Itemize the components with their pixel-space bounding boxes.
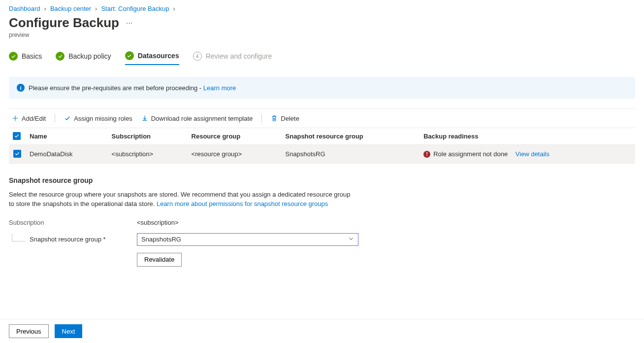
separator [55, 114, 55, 123]
breadcrumb-start-configure-backup[interactable]: Start: Configure Backup [101, 5, 169, 12]
add-edit-label: Add/Edit [22, 115, 46, 122]
assign-roles-button[interactable]: Assign missing roles [64, 115, 132, 122]
breadcrumb-dashboard[interactable]: Dashboard [9, 5, 40, 12]
revalidate-button[interactable]: Revalidate [137, 253, 182, 267]
readiness-text: Role assignment not done [433, 150, 508, 158]
delete-button[interactable]: Delete [271, 115, 299, 122]
snapshot-rg-dropdown[interactable]: SnapshotsRG [137, 233, 358, 246]
add-edit-button[interactable]: Add/Edit [12, 115, 46, 122]
step-label: Review and configure [206, 52, 272, 60]
cell-snapshot-rg: SnapshotsRG [282, 145, 420, 164]
col-subscription[interactable]: Subscription [108, 128, 188, 145]
download-template-label: Download role assignment template [151, 115, 253, 122]
info-icon: i [17, 84, 25, 92]
step-label: Datasources [138, 52, 179, 60]
cell-resource-group: <resource group> [188, 145, 282, 164]
step-number-icon: 4 [193, 52, 202, 61]
breadcrumb: Dashboard › Backup center › Start: Confi… [9, 0, 635, 15]
banner-text: Please ensure the pre-requisites are met… [29, 84, 203, 92]
more-icon[interactable]: ⋯ [126, 19, 133, 27]
header-checkbox[interactable] [9, 128, 26, 145]
row-checkbox[interactable] [13, 150, 21, 158]
col-readiness[interactable]: Backup readiness [419, 128, 635, 145]
col-name[interactable]: Name [26, 128, 108, 145]
subscription-label: Subscription [9, 219, 132, 226]
separator [261, 114, 262, 123]
trash-icon [271, 115, 278, 122]
chevron-right-icon: › [95, 5, 97, 12]
table-row[interactable]: DemoDataDisk <subscription> <resource gr… [9, 145, 635, 164]
tree-line-icon [12, 234, 26, 241]
error-icon: ! [423, 151, 430, 158]
wizard-steps: Basics Backup policy Datasources 4 Revie… [9, 51, 635, 65]
subscription-value: <subscription> [137, 219, 358, 226]
step-datasources[interactable]: Datasources [125, 51, 179, 65]
breadcrumb-backup-center[interactable]: Backup center [50, 5, 91, 12]
datasources-table: Name Subscription Resource group Snapsho… [9, 128, 635, 164]
col-snapshot-rg[interactable]: Snapshot resource group [282, 128, 420, 145]
chevron-right-icon: › [173, 5, 175, 12]
table-toolbar: Add/Edit Assign missing roles Download r… [9, 108, 635, 128]
section-title: Snapshot resource group [9, 176, 635, 184]
section-description: Select the resource group where your sna… [9, 190, 354, 209]
chevron-right-icon: › [44, 5, 46, 12]
checkmark-icon [56, 52, 64, 61]
cell-subscription: <subscription> [108, 145, 188, 164]
banner-learn-more-link[interactable]: Learn more [203, 84, 236, 92]
page-subtitle: preview [9, 32, 635, 38]
download-icon [141, 115, 148, 122]
delete-label: Delete [281, 115, 299, 122]
plus-icon [12, 115, 19, 122]
snapshot-rg-label: Snapshot resource group * [30, 236, 106, 243]
col-resource-group[interactable]: Resource group [188, 128, 282, 145]
step-backup-policy[interactable]: Backup policy [56, 52, 111, 65]
step-label: Basics [22, 52, 42, 60]
assign-roles-label: Assign missing roles [74, 115, 132, 122]
download-template-button[interactable]: Download role assignment template [141, 115, 253, 122]
checkmark-icon [64, 115, 71, 122]
page-title: Configure Backup [9, 15, 119, 31]
checkmark-icon [125, 51, 134, 60]
checkmark-icon [9, 52, 18, 61]
view-details-link[interactable]: View details [515, 150, 549, 158]
step-label: Backup policy [68, 52, 111, 60]
info-banner: i Please ensure the pre-requisites are m… [9, 77, 635, 99]
dropdown-value: SnapshotsRG [141, 236, 181, 243]
chevron-down-icon [348, 236, 354, 243]
checkbox-icon [13, 132, 21, 140]
cell-name: DemoDataDisk [26, 145, 108, 164]
step-basics[interactable]: Basics [9, 52, 42, 65]
step-review[interactable]: 4 Review and configure [193, 52, 272, 65]
learn-more-permissions-link[interactable]: Learn more about permissions for snapsho… [157, 200, 328, 207]
